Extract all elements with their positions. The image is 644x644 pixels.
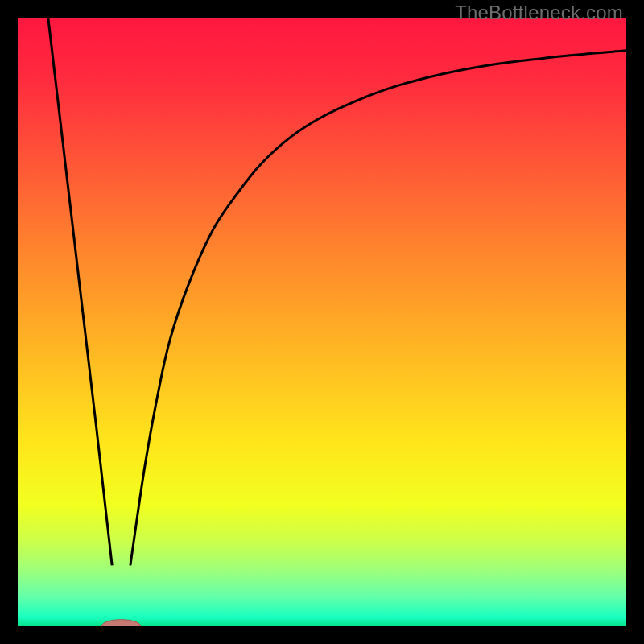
chart-frame xyxy=(18,18,626,626)
bottleneck-chart xyxy=(18,18,626,626)
watermark-text: TheBottleneck.com xyxy=(455,2,623,24)
